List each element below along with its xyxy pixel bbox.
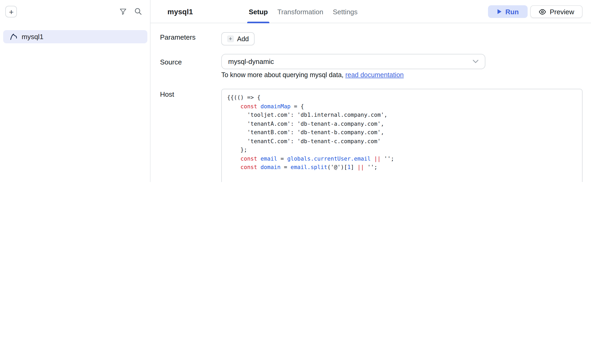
help-text: To know more about querying mysql data, <box>221 71 345 79</box>
mysql-icon <box>10 33 17 41</box>
source-help-text: To know more about querying mysql data, … <box>221 71 404 79</box>
parameters-label: Parameters <box>160 33 195 41</box>
host-code-editor[interactable]: {{(() => { const domainMap = { 'tooljet.… <box>221 89 583 182</box>
query-title: mysql1 <box>167 7 193 16</box>
preview-button-label: Preview <box>550 8 574 16</box>
eye-icon <box>539 9 546 15</box>
source-select[interactable]: mysql-dynamic <box>221 54 485 69</box>
query-item-label: mysql1 <box>22 33 43 41</box>
tab-transformation[interactable]: Transformation <box>277 0 323 23</box>
header-actions: Run Preview <box>488 5 583 18</box>
source-label: Source <box>160 58 182 66</box>
run-button-label: Run <box>505 8 519 16</box>
editor-tabs: Setup Transformation Settings <box>249 0 358 23</box>
search-icon[interactable] <box>134 7 142 15</box>
play-icon <box>497 9 502 14</box>
add-parameter-label: Add <box>237 35 249 43</box>
query-list-item-mysql1[interactable]: mysql1 <box>3 30 147 43</box>
add-parameter-button[interactable]: + Add <box>221 32 255 45</box>
preview-button[interactable]: Preview <box>530 5 583 18</box>
host-label: Host <box>160 90 174 98</box>
chevron-down-icon <box>473 60 479 63</box>
source-select-value: mysql-dynamic <box>228 58 274 66</box>
app-window: + mysql1 <box>0 0 591 182</box>
tab-settings[interactable]: Settings <box>333 0 358 23</box>
query-editor-header: mysql1 Setup Transformation Settings Run <box>151 0 591 23</box>
tab-setup[interactable]: Setup <box>249 0 268 23</box>
filter-icon[interactable] <box>119 8 127 15</box>
queries-sidebar: + mysql1 <box>0 0 151 182</box>
add-query-button[interactable]: + <box>5 6 17 17</box>
read-documentation-link[interactable]: read documentation <box>345 71 404 79</box>
plus-icon: + <box>227 35 234 42</box>
run-button[interactable]: Run <box>488 5 528 18</box>
